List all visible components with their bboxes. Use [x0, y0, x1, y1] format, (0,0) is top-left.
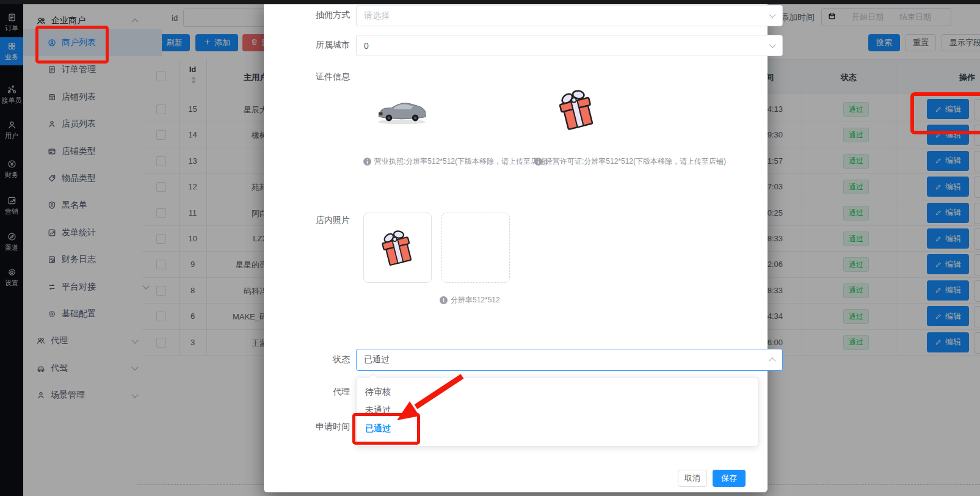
info-icon: i — [363, 158, 371, 166]
gift-photo — [375, 223, 420, 273]
info-icon: i — [534, 158, 542, 166]
status-select[interactable]: 已通过 — [356, 349, 783, 371]
status-option-待审核[interactable]: 待审核 — [357, 383, 757, 401]
city-label: 所属城市 — [274, 40, 350, 51]
status-label: 状态 — [274, 354, 350, 365]
status-option-已通过[interactable]: 已通过 — [357, 420, 757, 438]
commission-select[interactable]: 请选择 — [356, 5, 783, 26]
business-permit-image[interactable] — [550, 84, 604, 138]
business-license-image[interactable] — [374, 92, 430, 131]
shop-photos-label: 店内照片 — [274, 215, 350, 226]
license-caption: i 营业执照:分辨率512*512(下版本移除，请上传至店铺) — [363, 156, 548, 167]
window-top-edge — [0, 0, 980, 4]
photo-upload-placeholder[interactable] — [441, 213, 510, 283]
app-screen: 订单业务接单员用户财务营销渠道设置 企业商户商户列表订单管理店铺列表店员列表店铺… — [0, 0, 980, 496]
gift-photo — [550, 84, 604, 136]
photo-caption: i 分辨率512*512 — [440, 295, 500, 305]
chevron-down-icon — [769, 41, 775, 48]
certificates-label: 证件信息 — [274, 71, 350, 82]
commission-label: 抽佣方式 — [274, 10, 350, 21]
chevron-up-icon — [769, 357, 775, 364]
popper-arrow — [369, 373, 377, 382]
status-option-未通过[interactable]: 未通过 — [357, 401, 757, 420]
shop-photo-thumbnail[interactable] — [363, 213, 432, 283]
status-dropdown-panel: 待审核未通过已通过 — [356, 377, 758, 447]
edit-merchant-modal: 抽佣方式 请选择 所属城市 0 证件信息 — [264, 0, 768, 492]
city-select[interactable]: 0 — [356, 35, 783, 56]
car-photo — [374, 92, 430, 128]
save-button[interactable]: 保存 — [713, 470, 746, 487]
permit-caption: i 经营许可证:分辨率512*512(下版本移除，请上传至店铺) — [534, 156, 726, 167]
info-icon: i — [440, 296, 448, 304]
agent-label: 代理 — [274, 387, 350, 398]
cancel-button[interactable]: 取消 — [678, 470, 707, 487]
apply-time-label: 申请时间 — [274, 421, 350, 432]
chevron-down-icon — [769, 11, 775, 18]
